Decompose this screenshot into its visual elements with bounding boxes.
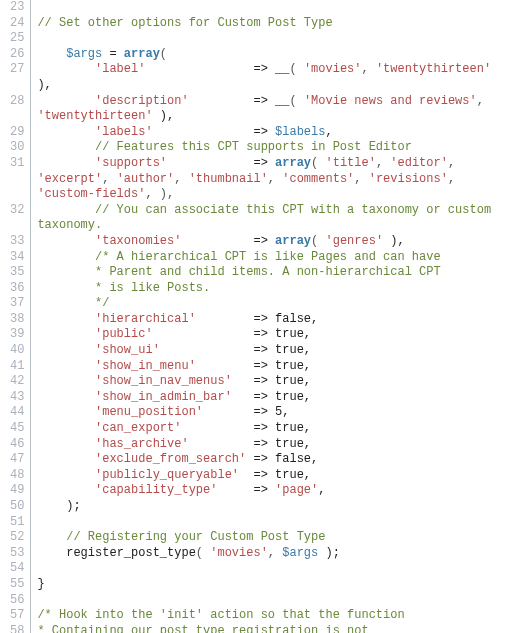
code-token: // Registering your Custom Post Type: [66, 530, 325, 544]
code-token: ,: [361, 62, 375, 76]
code-token: __: [275, 62, 289, 76]
code-token: 'comments': [282, 172, 354, 186]
code-line: 'publicly_queryable' => true,: [37, 468, 507, 484]
line-number: 56: [10, 593, 24, 609]
code-token: ,: [376, 156, 390, 170]
line-number: 42: [10, 374, 24, 390]
code-token: 'labels': [95, 125, 153, 139]
code-token: // Set other options for Custom Post Typ…: [37, 16, 332, 30]
code-token: ,: [477, 94, 491, 108]
code-line: * Containing our post type registration …: [37, 624, 507, 633]
code-token: // You can associate this CPT with a tax…: [37, 203, 498, 233]
code-token: => true,: [196, 359, 311, 373]
code-token: [37, 421, 95, 435]
code-token: =: [102, 47, 124, 61]
line-number-continuation: [10, 78, 24, 94]
line-number: 51: [10, 515, 24, 531]
code-token: [37, 468, 95, 482]
code-line: */: [37, 296, 507, 312]
code-area: // Set other options for Custom Post Typ…: [31, 0, 507, 633]
code-token: 'title': [325, 156, 375, 170]
code-token: );: [37, 499, 80, 513]
code-token: => false,: [246, 452, 318, 466]
code-line: 'public' => true,: [37, 327, 507, 343]
code-token: 'editor': [390, 156, 448, 170]
code-token: [37, 281, 95, 295]
code-token: 'taxonomies': [95, 234, 181, 248]
code-line: }: [37, 577, 507, 593]
code-line: 'supports' => array( 'title', 'editor', …: [37, 156, 507, 203]
line-number: 50: [10, 499, 24, 515]
line-number-continuation: [10, 172, 24, 188]
line-number: 35: [10, 265, 24, 281]
code-line: 'exclude_from_search' => false,: [37, 452, 507, 468]
code-token: 'supports': [95, 156, 167, 170]
line-number: 32: [10, 203, 24, 219]
code-line: [37, 593, 507, 609]
code-line: * Parent and child items. A non-hierarch…: [37, 265, 507, 281]
code-token: */: [95, 296, 109, 310]
code-line: // Registering your Custom Post Type: [37, 530, 507, 546]
line-number-continuation: [10, 187, 24, 203]
code-token: array: [275, 234, 311, 248]
code-token: $args: [282, 546, 318, 560]
code-token: [37, 47, 66, 61]
code-token: 'twentythirteen': [376, 62, 491, 76]
line-number-gutter: 2324252627282930313233343536373839404142…: [0, 0, 31, 633]
line-number: 53: [10, 546, 24, 562]
code-token: * Parent and child items. A non-hierarch…: [95, 265, 441, 279]
code-line: * is like Posts.: [37, 281, 507, 297]
code-line: [37, 515, 507, 531]
code-token: 'movies': [210, 546, 268, 560]
code-token: ,: [448, 156, 462, 170]
code-token: [37, 546, 66, 560]
code-token: => true,: [232, 390, 311, 404]
code-token: [37, 390, 95, 404]
code-token: [37, 203, 95, 217]
code-token: => false,: [196, 312, 318, 326]
code-line: // Features this CPT supports in Post Ed…: [37, 140, 507, 156]
code-token: [37, 312, 95, 326]
code-line: /* Hook into the 'init' action so that t…: [37, 608, 507, 624]
code-token: $args: [66, 47, 102, 61]
line-number: 54: [10, 561, 24, 577]
code-token: ,: [268, 172, 282, 186]
code-token: [37, 437, 95, 451]
line-number: 25: [10, 31, 24, 47]
code-token: =>: [167, 156, 275, 170]
code-token: [37, 250, 95, 264]
code-line: 'label' => __( 'movies', 'twentythirteen…: [37, 62, 507, 93]
line-number: 41: [10, 359, 24, 375]
line-number: 46: [10, 437, 24, 453]
code-token: (: [196, 546, 210, 560]
code-token: => true,: [153, 327, 311, 341]
line-number: 39: [10, 327, 24, 343]
code-line: 'show_ui' => true,: [37, 343, 507, 359]
code-token: 'menu_position': [95, 405, 203, 419]
line-number: 52: [10, 530, 24, 546]
line-number: 58: [10, 624, 24, 633]
code-token: 'show_ui': [95, 343, 160, 357]
code-line: 'show_in_admin_bar' => true,: [37, 390, 507, 406]
code-token: 'public': [95, 327, 153, 341]
code-token: 'page': [275, 483, 318, 497]
code-token: ,: [354, 172, 368, 186]
code-token: => 5,: [203, 405, 289, 419]
code-token: (: [311, 156, 325, 170]
code-token: => true,: [160, 343, 311, 357]
code-line: [37, 31, 507, 47]
code-line: $args = array(: [37, 47, 507, 63]
code-line: 'has_archive' => true,: [37, 437, 507, 453]
code-token: 'show_in_nav_menus': [95, 374, 232, 388]
code-token: );: [318, 546, 340, 560]
code-token: __: [275, 94, 289, 108]
code-token: [37, 140, 95, 154]
code-line: 'can_export' => true,: [37, 421, 507, 437]
code-line: 'hierarchical' => false,: [37, 312, 507, 328]
line-number: 55: [10, 577, 24, 593]
code-token: 'twentythirteen': [37, 109, 152, 123]
code-line: // Set other options for Custom Post Typ…: [37, 16, 507, 32]
code-token: => true,: [189, 437, 311, 451]
code-token: 'show_in_menu': [95, 359, 196, 373]
code-token: * Containing our post type registration …: [37, 624, 368, 633]
